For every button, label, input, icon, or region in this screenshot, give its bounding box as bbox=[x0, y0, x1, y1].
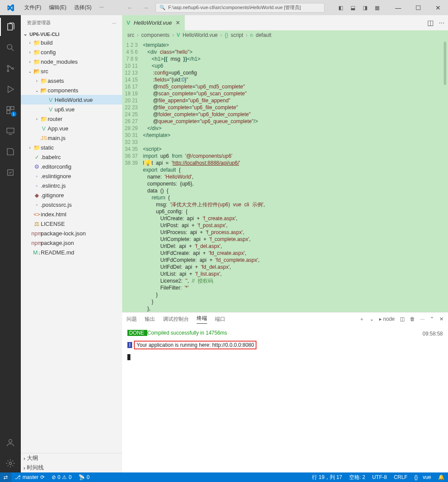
file-tree: ›📁build›📁config›📁node_modules⌄📂src›📁asse… bbox=[21, 38, 122, 257]
tree-item[interactable]: <>index.html bbox=[21, 209, 122, 219]
remote-indicator[interactable]: ⇄ bbox=[0, 472, 11, 482]
crumb-src[interactable]: src bbox=[127, 32, 134, 38]
tree-item[interactable]: ◆.gitignore bbox=[21, 190, 122, 200]
timeline-label: 时间线 bbox=[27, 464, 44, 472]
layout-secondary-icon[interactable]: ◨ bbox=[360, 3, 370, 13]
layout-primary-icon[interactable]: ◧ bbox=[335, 3, 346, 13]
tree-item[interactable]: ◦.eslintrc.js bbox=[21, 181, 122, 190]
tree-item[interactable]: VApp.vue bbox=[21, 124, 122, 133]
tree-item[interactable]: npmpackage.json bbox=[21, 238, 122, 248]
vscode-logo-icon bbox=[0, 4, 21, 12]
panel-close-icon[interactable]: ✕ bbox=[439, 316, 444, 322]
nav-back-icon[interactable]: ← bbox=[124, 4, 136, 11]
tree-item[interactable]: ›📁assets bbox=[21, 76, 122, 85]
svg-point-1 bbox=[7, 65, 9, 67]
panel-tab-debug[interactable]: 调试控制台 bbox=[163, 316, 189, 323]
encoding[interactable]: UTF-8 bbox=[369, 474, 390, 481]
window-maximize-icon[interactable]: ☐ bbox=[408, 4, 428, 11]
panel-tab-ports[interactable]: 端口 bbox=[215, 316, 225, 323]
terminal-task-label[interactable]: ▸ node bbox=[379, 316, 395, 322]
title-bar: 文件(F) 编辑(E) 选择(S) ··· ← → 🔍 F:\asp.net\u… bbox=[0, 0, 448, 15]
done-badge: DONE bbox=[127, 330, 147, 336]
menu-edit[interactable]: 编辑(E) bbox=[45, 2, 70, 13]
ports-count[interactable]: 📡0 bbox=[75, 474, 93, 480]
layout-panel-icon[interactable]: ⬓ bbox=[347, 3, 358, 13]
tree-item[interactable]: JSmain.js bbox=[21, 133, 122, 143]
tree-item[interactable]: ›📁node_modules bbox=[21, 57, 122, 66]
window-minimize-icon[interactable]: — bbox=[388, 4, 408, 11]
bottom-panel: 问题 输出 调试控制台 终端 端口 ＋ ⌄ ▸ node ◫ 🗑 ··· ⌃ ✕… bbox=[122, 312, 448, 472]
activity-search-icon[interactable] bbox=[0, 39, 21, 57]
tree-item[interactable]: ⌄📂components bbox=[21, 85, 122, 95]
indentation[interactable]: 空格: 2 bbox=[346, 474, 369, 481]
terminal-dropdown-icon[interactable]: ⌄ bbox=[370, 316, 374, 322]
tree-item[interactable]: ✓.babelrc bbox=[21, 152, 122, 162]
crumb-components[interactable]: components bbox=[141, 32, 169, 38]
sidebar-more-icon[interactable]: ··· bbox=[112, 20, 116, 26]
tree-item[interactable]: ⚙.editorconfig bbox=[21, 162, 122, 171]
menu-more[interactable]: ··· bbox=[96, 2, 107, 13]
crumb-script[interactable]: script bbox=[231, 32, 243, 38]
breadcrumb[interactable]: src› components› VHelloWorld.vue› {}scri… bbox=[122, 30, 448, 40]
activity-account-icon[interactable] bbox=[0, 433, 21, 452]
tree-item[interactable]: ›📁router bbox=[21, 114, 122, 124]
panel-tab-terminal[interactable]: 终端 bbox=[197, 315, 207, 324]
activity-extensions-icon[interactable]: 1 bbox=[0, 101, 21, 119]
tree-item[interactable]: ⚖LICENSE bbox=[21, 219, 122, 228]
tree-item[interactable]: ›📁build bbox=[21, 38, 122, 47]
tree-item[interactable]: Vup6.vue bbox=[21, 104, 122, 114]
problems-count[interactable]: ⊘0 ⚠0 bbox=[48, 474, 75, 480]
project-header[interactable]: ⌄ UP6-VUE-CLI bbox=[21, 30, 122, 38]
tree-item[interactable]: M↓README.md bbox=[21, 248, 122, 257]
nav-forward-icon[interactable]: → bbox=[140, 4, 151, 11]
activity-other-icon[interactable] bbox=[0, 163, 21, 182]
panel-tabs: 问题 输出 调试控制台 终端 端口 ＋ ⌄ ▸ node ◫ 🗑 ··· ⌃ ✕ bbox=[122, 313, 448, 326]
outline-section[interactable]: › 大纲 bbox=[21, 453, 122, 463]
crumb-default[interactable]: default bbox=[256, 32, 271, 38]
terminal[interactable]: 09:58:58 DONE Compiled successfully in 1… bbox=[122, 326, 448, 472]
crumb-file[interactable]: HelloWorld.vue bbox=[182, 32, 218, 38]
command-center[interactable]: 🔍 F:\asp.net\up6-vue-cli\src\components\… bbox=[156, 3, 325, 13]
notifications-icon[interactable]: 🔔 bbox=[435, 474, 448, 481]
split-terminal-icon[interactable]: ◫ bbox=[400, 316, 405, 322]
menu-select[interactable]: 选择(S) bbox=[71, 2, 95, 13]
tree-item[interactable]: ›📁config bbox=[21, 47, 122, 57]
code-content[interactable]: <template> <div class="hello"> <h1>{{ ms… bbox=[141, 40, 448, 312]
editor-tab[interactable]: V HelloWorld.vue ✕ bbox=[122, 15, 185, 30]
activity-settings-icon[interactable] bbox=[0, 454, 21, 472]
activity-bar: 1 bbox=[0, 15, 21, 472]
layout-custom-icon[interactable]: ▦ bbox=[372, 3, 382, 13]
activity-scm-icon[interactable] bbox=[0, 59, 21, 78]
code-editor[interactable]: 1 2 3 4 5 6 7 8 9 10 11 12 13 14 15 16 1… bbox=[122, 40, 448, 312]
eol[interactable]: CRLF bbox=[390, 474, 411, 481]
split-editor-icon[interactable]: ◫ bbox=[427, 19, 434, 27]
activity-debug-icon[interactable] bbox=[0, 80, 21, 98]
tree-item[interactable]: ◦.eslintignore bbox=[21, 171, 122, 181]
tab-close-icon[interactable]: ✕ bbox=[175, 20, 180, 26]
tree-item[interactable]: npmpackage-lock.json bbox=[21, 228, 122, 238]
kill-terminal-icon[interactable]: 🗑 bbox=[410, 316, 415, 322]
window-close-icon[interactable]: ✕ bbox=[428, 4, 448, 11]
tree-item[interactable]: ⌄📂src bbox=[21, 66, 122, 76]
panel-tab-problems[interactable]: 问题 bbox=[127, 316, 137, 323]
tree-item[interactable]: ›📁static bbox=[21, 143, 122, 152]
window-controls: ◧ ⬓ ◨ ▦ — ☐ ✕ bbox=[334, 3, 448, 13]
scrollbar[interactable] bbox=[444, 42, 446, 85]
tree-item[interactable]: VHelloWorld.vue bbox=[21, 95, 122, 104]
search-icon: 🔍 bbox=[159, 5, 166, 10]
tree-item[interactable]: ◦.postcssrc.js bbox=[21, 200, 122, 209]
activity-remote-icon[interactable] bbox=[0, 122, 21, 140]
sync-icon[interactable]: ⟳ bbox=[40, 474, 45, 480]
activity-testing-icon[interactable] bbox=[0, 143, 21, 161]
editor-more-icon[interactable]: ··· bbox=[439, 19, 445, 27]
new-terminal-icon[interactable]: ＋ bbox=[359, 316, 364, 323]
cursor-position[interactable]: 行 19，列 17 bbox=[308, 474, 345, 481]
language-mode[interactable]: {} vue bbox=[411, 474, 435, 481]
panel-maximize-icon[interactable]: ⌃ bbox=[430, 316, 434, 322]
panel-tab-output[interactable]: 输出 bbox=[145, 316, 155, 323]
menu-file[interactable]: 文件(F) bbox=[21, 2, 45, 13]
activity-explorer-icon[interactable] bbox=[0, 18, 21, 36]
git-branch[interactable]: ⎇master ⟳ bbox=[11, 474, 48, 480]
timeline-section[interactable]: › 时间线 bbox=[21, 463, 122, 472]
panel-more-icon[interactable]: ··· bbox=[420, 316, 425, 322]
